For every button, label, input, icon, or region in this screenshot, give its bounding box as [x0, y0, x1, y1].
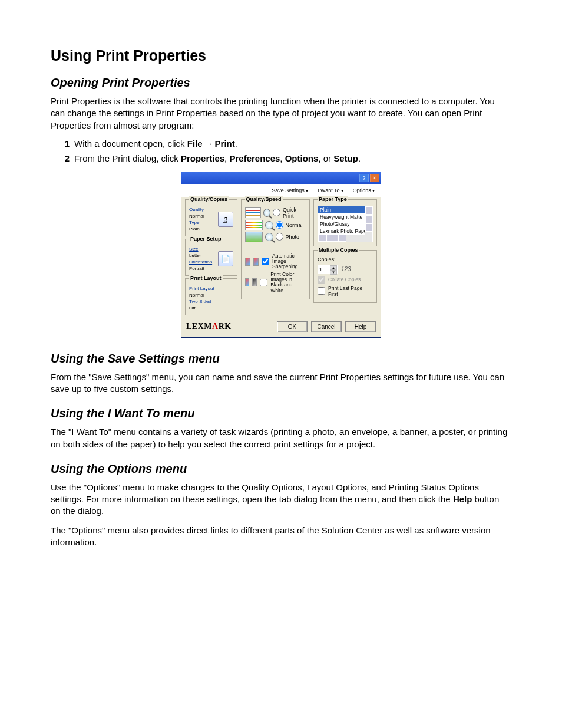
dialog-screenshot: ? × Save Settings I Want To Options Qual…: [181, 172, 381, 338]
magnifier-icon: [263, 209, 271, 217]
magnifier-icon: [265, 233, 273, 241]
sidebar-print-layout[interactable]: Print Layout Print Layout Normal Two-Sid…: [185, 278, 237, 315]
thumb-normal-icon: [245, 220, 263, 230]
thumb-photo-icon: [245, 232, 263, 242]
opening-intro: Print Properties is the software that co…: [51, 95, 511, 131]
checkbox-last-first[interactable]: [318, 287, 325, 295]
spin-up-icon[interactable]: ▲: [330, 265, 337, 270]
copies-input[interactable]: [318, 265, 330, 274]
titlebar-help-icon[interactable]: ?: [359, 174, 369, 182]
page-title: Using Print Properties: [51, 47, 511, 64]
step-2: 2 From the Print dialog, click Propertie…: [57, 153, 511, 163]
options-p1: Use the "Options" menu to make changes t…: [51, 482, 511, 518]
paper-icon: 📄: [218, 251, 233, 266]
checkbox-collate[interactable]: [318, 276, 325, 284]
list-item[interactable]: Heavyweight Matte: [318, 213, 372, 220]
titlebar-close-icon[interactable]: ×: [370, 174, 379, 182]
dialog-titlebar: ? ×: [181, 172, 381, 184]
scrollbar-vertical[interactable]: [365, 206, 372, 235]
help-button[interactable]: Help: [345, 321, 376, 332]
link-layout[interactable]: Print Layout: [189, 286, 214, 292]
link-type[interactable]: Type: [189, 220, 204, 226]
step1-file: File: [187, 139, 203, 149]
thumb-color-icon: [253, 258, 259, 266]
magnifier-icon: [265, 221, 273, 229]
group-multiple-copies: Multiple Copies Copies: ▲▼ 123 Collate C…: [313, 250, 377, 303]
iwant-p: The "I Want To" menu contains a variety …: [51, 426, 511, 450]
thumb-color-icon: [245, 258, 250, 266]
radio-photo[interactable]: [276, 233, 283, 241]
arrow-icon: →: [203, 139, 215, 149]
collate-icon: 123: [341, 266, 351, 272]
menu-options[interactable]: Options: [353, 187, 375, 193]
link-size[interactable]: Size: [189, 246, 212, 252]
step1-text: With a document open, click: [74, 139, 187, 149]
link-quality[interactable]: Quality: [189, 207, 204, 213]
section-i-want-to: Using the I Want To menu: [51, 407, 511, 420]
sidebar-quality-copies[interactable]: Quality/Copies Quality Normal Type Plain…: [185, 199, 237, 236]
link-twosided[interactable]: Two-Sided: [189, 299, 214, 305]
listbox-paper-type[interactable]: Plain Heavyweight Matte Photo/Glossy Lex…: [318, 206, 373, 242]
scrollbar-horizontal[interactable]: [318, 235, 365, 242]
sidebar-paper-setup[interactable]: Paper Setup Size Letter Orientation Port…: [185, 239, 237, 276]
thumb-bw-icon: [252, 278, 257, 286]
list-item[interactable]: Plain: [318, 206, 372, 213]
link-orientation[interactable]: Orientation: [189, 259, 212, 265]
menu-save-settings[interactable]: Save Settings: [272, 187, 308, 193]
copies-spinner[interactable]: ▲▼: [318, 265, 338, 274]
section-save-settings: Using the Save Settings menu: [51, 352, 511, 365]
group-quality-speed: Quality/Speed Quick Print: [241, 199, 310, 299]
step2-text: From the Print dialog, click: [74, 153, 181, 163]
group-paper-type: Paper Type Plain Heavyweight Matte Photo…: [313, 199, 377, 246]
save-settings-p: From the "Save Settings" menu, you can n…: [51, 371, 511, 396]
ok-button[interactable]: OK: [277, 321, 308, 332]
section-opening: Opening Print Properties: [51, 76, 511, 90]
checkbox-auto-sharpen[interactable]: [262, 258, 269, 265]
step-1: 1 With a document open, click File→Print…: [57, 139, 511, 149]
options-p2: The "Options" menu also provides direct …: [51, 525, 511, 549]
spin-down-icon[interactable]: ▼: [330, 270, 337, 275]
thumb-quick-icon: [245, 207, 261, 218]
radio-normal[interactable]: [276, 221, 283, 229]
quality-icon: 🖨: [218, 212, 233, 227]
brand-logo: LEXMARK: [186, 322, 232, 331]
section-options: Using the Options menu: [51, 462, 511, 476]
cancel-button[interactable]: Cancel: [311, 321, 342, 332]
step1-print: Print: [215, 139, 235, 149]
list-item[interactable]: Photo/Glossy: [318, 220, 372, 228]
checkbox-print-bw[interactable]: [260, 279, 267, 286]
list-item[interactable]: Lexmark Photo Paper: [318, 228, 372, 235]
radio-quick-print[interactable]: [273, 209, 280, 216]
thumb-color-icon: [245, 278, 250, 286]
menu-i-want-to[interactable]: I Want To: [318, 187, 343, 193]
copies-label: Copies:: [318, 256, 373, 262]
